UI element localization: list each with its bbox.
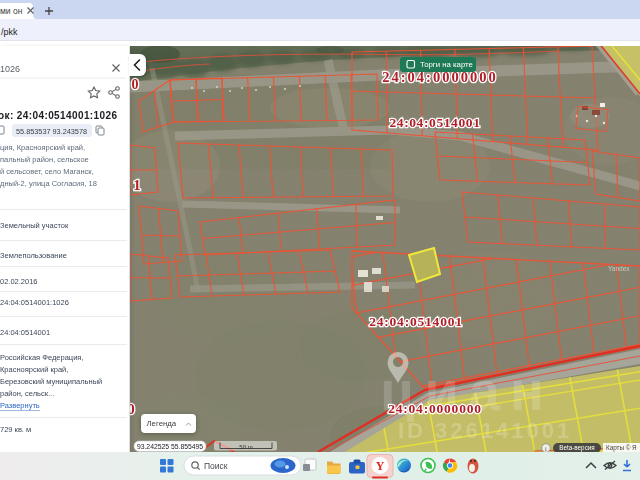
svg-text:i: i <box>545 445 547 452</box>
svg-text:0: 0 <box>130 401 135 417</box>
svg-text:24:04:0514001: 24:04:0514001 <box>389 115 480 130</box>
svg-text:Карты © Я: Карты © Я <box>606 444 637 452</box>
svg-text:ID 326141001: ID 326141001 <box>398 418 572 443</box>
svg-text:ми он: ми он <box>0 6 23 16</box>
svg-text:Beta-версия: Beta-версия <box>559 444 594 452</box>
svg-text:55.853537 93.243578: 55.853537 93.243578 <box>16 127 87 136</box>
svg-text:Y: Y <box>376 459 385 473</box>
svg-text:1026: 1026 <box>0 64 20 74</box>
svg-text:93.242525 55.855495: 93.242525 55.855495 <box>137 443 203 450</box>
svg-text:1: 1 <box>133 177 141 193</box>
svg-text:Yandex: Yandex <box>608 265 630 272</box>
svg-text:Поиск: Поиск <box>204 461 228 471</box>
svg-text:0: 0 <box>132 77 139 92</box>
svg-text:ок: 24:04:0514001:1026: ок: 24:04:0514001:1026 <box>0 110 117 121</box>
svg-text:24:04:0000000: 24:04:0000000 <box>388 401 482 416</box>
svg-text:Торги на карте: Торги на карте <box>420 60 473 69</box>
svg-text:24:04:0514001: 24:04:0514001 <box>369 314 463 329</box>
svg-text:50 m: 50 m <box>239 444 252 450</box>
svg-text:Легенда: Легенда <box>147 419 177 428</box>
